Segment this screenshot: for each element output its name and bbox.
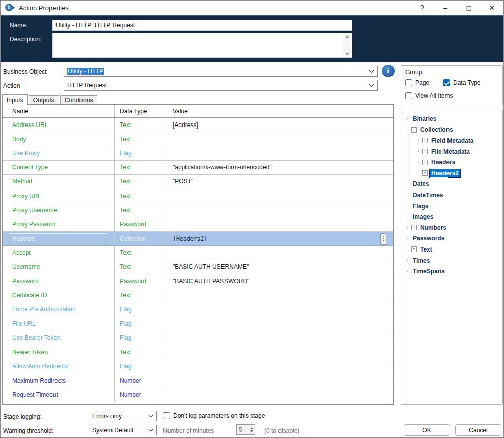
param-value-cell[interactable]	[167, 359, 393, 373]
table-row[interactable]: HeadersCollection[Headers2]	[3, 232, 393, 246]
param-datatype-cell[interactable]: Password	[115, 274, 167, 288]
param-name-cell[interactable]: Maximum Redirects	[7, 373, 115, 387]
row-selector-gutter[interactable]	[3, 246, 7, 260]
param-name-cell[interactable]: Force Pre Authorization	[7, 302, 115, 316]
tree-item-file-metadata[interactable]: +File Metadata	[401, 146, 502, 157]
name-input[interactable]	[52, 20, 352, 31]
tree-item-numbers[interactable]: +Numbers	[401, 222, 502, 233]
param-value-cell[interactable]	[167, 189, 393, 203]
tree-item-field-metadata[interactable]: +Field Metadata	[401, 135, 502, 146]
param-value-cell[interactable]	[167, 388, 393, 402]
param-datatype-cell[interactable]: Number	[115, 388, 167, 402]
param-name-cell[interactable]: Proxy Username	[7, 203, 115, 217]
scroll-up-icon[interactable]	[345, 35, 349, 38]
table-row[interactable]: UsernameText"BASIC AUTH USERNAME"	[3, 260, 393, 274]
tree-item-dates[interactable]: Dates	[401, 179, 502, 190]
row-selector-gutter[interactable]	[3, 203, 7, 217]
row-selector-gutter[interactable]	[3, 260, 7, 274]
expand-icon[interactable]: +	[422, 138, 428, 143]
tree-item-collections[interactable]: −Collections	[401, 124, 502, 136]
row-selector-gutter[interactable]	[3, 189, 7, 203]
tree-item-headers2[interactable]: +Headers2	[401, 168, 502, 179]
param-value-cell[interactable]: [Headers2]	[167, 232, 393, 245]
column-header-datatype[interactable]: Data Type	[115, 105, 167, 117]
description-textarea[interactable]	[52, 33, 352, 58]
param-datatype-cell[interactable]: Text	[115, 288, 167, 302]
tree-item-binaries[interactable]: Binaries	[401, 113, 502, 124]
row-selector-gutter[interactable]	[3, 161, 7, 174]
view-all-items-checkbox-box[interactable]	[405, 92, 412, 99]
table-row[interactable]: MethodText"POST"	[3, 175, 393, 189]
param-name-cell[interactable]: Method	[7, 175, 115, 189]
table-row[interactable]: Content TypeText"application/x-www-form-…	[3, 161, 393, 175]
param-value-cell[interactable]	[167, 288, 393, 302]
expand-icon[interactable]: +	[411, 225, 417, 230]
param-datatype-cell[interactable]: Text	[115, 118, 167, 132]
param-datatype-cell[interactable]: Flag	[115, 331, 167, 345]
row-selector-gutter[interactable]	[3, 317, 7, 331]
table-row[interactable]: BodyText	[3, 132, 393, 146]
param-value-cell[interactable]	[167, 246, 393, 260]
param-datatype-cell[interactable]: Text	[115, 246, 167, 260]
param-name-cell[interactable]: Certificate ID	[7, 288, 115, 302]
param-name-cell[interactable]: Content Type	[7, 161, 115, 174]
table-row[interactable]: Certificate IDText	[3, 288, 393, 302]
param-value-cell[interactable]	[167, 345, 393, 359]
close-icon[interactable]: ✕	[480, 1, 503, 15]
tree-item-timespans[interactable]: TimeSpans	[401, 266, 502, 277]
row-selector-gutter[interactable]	[3, 388, 7, 402]
info-icon[interactable]: i	[382, 65, 395, 77]
param-datatype-cell[interactable]: Text	[115, 189, 167, 203]
page-checkbox-box[interactable]	[405, 79, 412, 86]
minimize-icon[interactable]: –	[434, 1, 457, 15]
checkbox-view-all-items[interactable]: View All Items	[405, 92, 453, 99]
collapse-icon[interactable]: −	[411, 127, 417, 133]
param-value-cell[interactable]: [Address]	[167, 118, 393, 132]
param-name-cell[interactable]: Address URL	[7, 118, 115, 132]
ok-button[interactable]: OK	[404, 424, 450, 436]
stage-logging-select[interactable]: Errors only	[89, 411, 157, 421]
table-row[interactable]: Force Pre AuthorizationFlag	[3, 302, 393, 317]
param-value-cell[interactable]	[167, 132, 393, 146]
param-datatype-cell[interactable]: Flag	[115, 302, 167, 316]
table-row[interactable]: Allow Auto RedirectsFlag	[3, 359, 393, 373]
param-value-cell[interactable]: "BASIC AUTH PASSWORD"	[167, 274, 393, 288]
param-name-cell[interactable]: Use Proxy	[7, 146, 115, 160]
param-name-cell[interactable]: Allow Auto Redirects	[7, 359, 115, 373]
row-selector-gutter[interactable]	[3, 345, 7, 359]
table-row[interactable]: Proxy UsernameText	[3, 203, 393, 217]
row-selector-gutter[interactable]	[3, 359, 7, 373]
table-row[interactable]: Bearer TokenText	[3, 345, 393, 359]
expand-icon[interactable]: +	[422, 149, 428, 154]
param-name-cell[interactable]: Proxy Password	[7, 217, 115, 231]
param-value-cell[interactable]	[167, 217, 393, 231]
param-datatype-cell[interactable]: Text	[115, 175, 167, 189]
param-datatype-cell[interactable]: Text	[115, 203, 167, 217]
column-header-name[interactable]: Name	[7, 105, 115, 117]
row-selector-gutter[interactable]	[3, 118, 7, 132]
expand-icon[interactable]: +	[411, 246, 417, 252]
tree-item-headers[interactable]: +Headers	[401, 157, 502, 168]
checkbox-data-type[interactable]: Data Type	[443, 79, 480, 86]
param-value-cell[interactable]: "POST"	[167, 175, 393, 189]
action-select[interactable]: HTTP Request	[64, 80, 378, 91]
param-datatype-cell[interactable]: Text	[115, 260, 167, 274]
table-row[interactable]: Maximum RedirectsNumber	[3, 373, 393, 388]
checkbox-page[interactable]: Page	[405, 79, 429, 86]
row-selector-gutter[interactable]	[3, 373, 7, 387]
stepper-arrows-icon[interactable]	[248, 425, 255, 434]
tab-conditions[interactable]: Conditions	[60, 95, 98, 105]
row-selector-gutter[interactable]	[3, 175, 7, 189]
table-row[interactable]: AcceptText	[3, 246, 393, 260]
param-value-cell[interactable]: "application/x-www-form-urlencoded"	[167, 161, 393, 174]
expression-editor-button[interactable]	[380, 233, 386, 245]
param-datatype-cell[interactable]: Text	[115, 132, 167, 146]
row-selector-gutter[interactable]	[3, 274, 7, 288]
param-value-cell[interactable]	[167, 331, 393, 345]
row-selector-gutter[interactable]	[3, 132, 7, 146]
param-name-cell[interactable]: File URL	[7, 317, 115, 331]
param-value-cell[interactable]	[167, 146, 393, 160]
row-selector-gutter[interactable]	[3, 331, 7, 345]
tree-item-times[interactable]: Times	[401, 255, 502, 266]
tree-item-images[interactable]: Images	[401, 211, 502, 222]
